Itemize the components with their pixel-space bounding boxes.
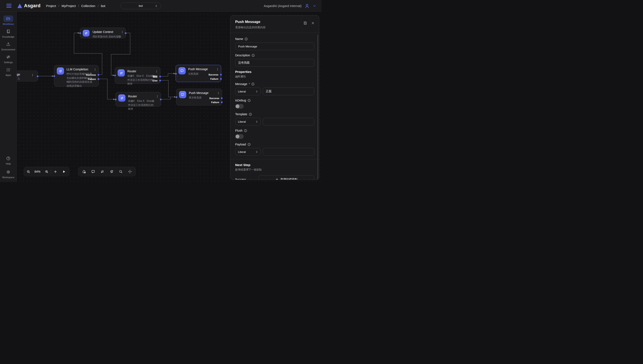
isdebug-label-text: isDebug <box>235 99 246 102</box>
output-port-failure[interactable] <box>98 78 99 80</box>
add-icon[interactable] <box>51 167 60 176</box>
template-type-value: Literal <box>238 120 246 123</box>
payload-type-select[interactable]: Literal <box>235 148 261 156</box>
search-icon[interactable] <box>117 167 124 176</box>
brand[interactable]: Asgard <box>18 3 40 8</box>
add-node-icon[interactable] <box>80 167 88 176</box>
kebab-menu-icon[interactable] <box>93 68 97 72</box>
info-icon[interactable] <box>249 113 252 116</box>
top-navbar: Asgard Project / MyProject / Collection … <box>0 0 322 12</box>
node-start[interactable]: ge 入 <box>17 70 38 82</box>
input-port[interactable] <box>175 73 177 75</box>
sidebar-item-workflows[interactable]: Workflows <box>3 16 14 25</box>
output-port[interactable] <box>37 76 38 77</box>
run-play-icon[interactable] <box>60 167 68 176</box>
save-icon[interactable] <box>303 21 307 25</box>
template-type-select[interactable]: Literal <box>235 118 261 126</box>
workflow-selector[interactable]: bot <box>120 2 161 9</box>
updown-chevrons-icon <box>154 4 158 8</box>
template-value-input[interactable] <box>263 118 314 126</box>
node-push-message-1[interactable]: Push Message 沒有負面 Success Failure <box>176 65 221 82</box>
node-desc: 依據If、Else If、Else條件決定工作流程執行的路徑 <box>128 99 155 111</box>
kebab-menu-icon[interactable] <box>120 30 124 34</box>
info-icon[interactable] <box>244 38 248 40</box>
info-icon[interactable] <box>252 54 255 57</box>
router-tool-icon[interactable] <box>99 167 106 176</box>
kebab-menu-icon[interactable] <box>30 73 35 77</box>
message-value-input[interactable]: 正面 <box>263 88 314 95</box>
sidebar-item-workspace[interactable]: Workspace <box>2 169 14 178</box>
workflow-selector-value: bot <box>139 4 143 8</box>
flush-label-text: Flush <box>235 129 242 132</box>
kebab-menu-icon[interactable] <box>154 69 159 74</box>
info-icon[interactable] <box>248 99 251 102</box>
output-port-success[interactable] <box>98 74 99 76</box>
properties-subtitle: 編輯屬性 <box>235 75 314 78</box>
node-title: Router <box>128 94 137 98</box>
output-port-success[interactable] <box>221 98 223 99</box>
info-icon[interactable] <box>251 82 254 86</box>
output-port-failure[interactable] <box>221 102 223 103</box>
sidebar-item-label: Workspace <box>2 176 14 178</box>
breadcrumb-myproject[interactable]: MyProject <box>62 4 76 8</box>
input-port[interactable] <box>79 32 81 34</box>
breadcrumb-collection[interactable]: Collection <box>81 4 95 8</box>
output-label-else: Else <box>152 79 158 82</box>
add-target-node-success-button[interactable]: 新增目標節點 <box>258 176 314 180</box>
input-port[interactable] <box>114 75 116 76</box>
input-port[interactable] <box>53 75 55 77</box>
sidebar-item-label: Help <box>6 162 11 165</box>
hamburger-menu-icon[interactable] <box>6 4 12 8</box>
sidebar-item-help[interactable]: Help <box>4 155 13 165</box>
node-router-2[interactable]: Router 依據If、Else If、Else條件決定工作流程執行的路徑 <box>116 92 161 106</box>
kebab-menu-icon[interactable] <box>216 67 220 72</box>
node-push-message-2[interactable]: Push Message 表示有負面 Success Failure <box>176 89 222 106</box>
description-input[interactable]: 沒有負面 <box>235 59 314 66</box>
output-port-success[interactable] <box>220 74 222 76</box>
swap-arrows-icon <box>118 69 125 76</box>
payload-field-label: Payload <box>235 143 314 146</box>
payload-value-input[interactable] <box>263 148 314 156</box>
close-icon[interactable] <box>311 21 315 25</box>
kebab-menu-icon[interactable] <box>155 94 160 99</box>
info-icon[interactable] <box>248 143 251 146</box>
node-router-1[interactable]: Router 依據If、Else If、Else條件決定工作流程執行的路徑 假如… <box>115 67 160 84</box>
user-icon[interactable] <box>304 4 310 8</box>
output-port[interactable] <box>125 32 126 34</box>
move-tool-icon[interactable] <box>126 167 134 176</box>
output-port-if[interactable] <box>159 76 161 78</box>
node-desc: 表示有負面 <box>189 96 202 100</box>
node-update-context[interactable]: Update Context 用於更新內容,初始化變數 <box>80 28 126 38</box>
sidebar-item-label: Settings <box>4 61 13 64</box>
breadcrumb-bot[interactable]: bot <box>101 4 105 8</box>
account-chevron-down-icon[interactable] <box>312 4 316 8</box>
output-port-failure[interactable] <box>220 78 222 80</box>
input-port[interactable] <box>176 96 177 98</box>
sidebar-item-knowledge[interactable]: Knowledge <box>2 28 14 38</box>
output-port[interactable] <box>160 99 162 100</box>
sidebar-item-settings[interactable]: Settings <box>4 54 13 64</box>
push-message-tool-icon[interactable] <box>90 167 97 176</box>
gear-icon <box>4 169 13 175</box>
node-title: Router <box>127 70 136 73</box>
info-icon[interactable] <box>244 129 247 132</box>
message-type-select[interactable]: Literal <box>235 88 261 95</box>
panel-scrollbar[interactable] <box>318 35 318 180</box>
sidebar-item-environment[interactable]: Environment <box>2 41 15 51</box>
output-port-else[interactable] <box>159 80 161 82</box>
zoom-in-icon[interactable] <box>42 167 51 176</box>
output-label-success: Success <box>208 73 218 76</box>
input-port[interactable] <box>115 99 116 100</box>
isdebug-field-label: isDebug <box>235 99 314 102</box>
kebab-menu-icon[interactable] <box>216 91 220 95</box>
flush-toggle[interactable] <box>235 134 244 139</box>
zoom-out-icon[interactable] <box>24 167 32 176</box>
required-marker: * <box>249 82 250 86</box>
node-llm-completion[interactable]: LLM Completion 呼叫大型語言模型並產生結構化的資料輸出以輔助流程的… <box>54 65 99 86</box>
panel-title: Push Message <box>235 20 314 24</box>
breadcrumb-project[interactable]: Project <box>46 4 56 8</box>
isdebug-toggle[interactable] <box>235 104 244 109</box>
llm-tool-icon[interactable] <box>108 167 115 176</box>
name-input[interactable]: Push Message <box>235 42 314 50</box>
sidebar-item-apps[interactable]: Apps <box>4 66 13 76</box>
